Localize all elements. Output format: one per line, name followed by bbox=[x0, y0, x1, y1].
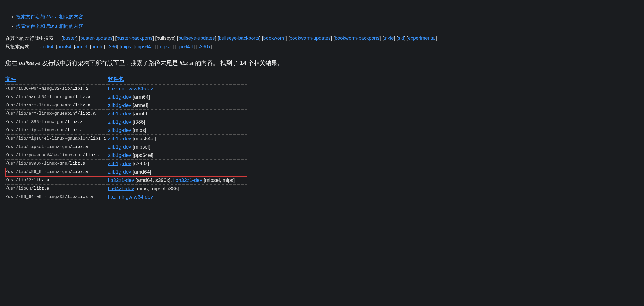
pkg-cell: zlib1g-dev [mips] bbox=[108, 126, 247, 135]
pkg-cell: lib32z1-dev [amd64, s390x], libn32z1-dev… bbox=[108, 176, 247, 185]
results-table: 文件 软件包 /usr/i686-w64-mingw32/lib/libz.al… bbox=[5, 74, 247, 201]
file-cell: /usr/lib64/libz.a bbox=[5, 185, 108, 193]
arch-link[interactable]: arm64 bbox=[57, 44, 71, 49]
table-row: /usr/lib64/libz.alib64z1-dev [mips, mips… bbox=[5, 185, 247, 193]
dist-line: 在其他的发行版中搜索： [buster] [buster-updates] [b… bbox=[5, 35, 639, 41]
file-cell: /usr/lib32/libz.a bbox=[5, 176, 108, 185]
pkg-arch: [amd64, s390x] bbox=[136, 177, 170, 183]
arch-label: 只搜索架构： bbox=[5, 44, 34, 49]
pkg-link[interactable]: lib32z1-dev bbox=[108, 177, 134, 183]
file-cell: /usr/x86_64-w64-mingw32/lib/libz.a bbox=[5, 193, 108, 201]
pkg-cell: zlib1g-dev [armhf] bbox=[108, 110, 247, 118]
pkg-cell: zlib1g-dev [ppc64el] bbox=[108, 151, 247, 160]
separator bbox=[5, 52, 639, 52]
arch-link[interactable]: mips bbox=[121, 44, 131, 49]
pkg-link[interactable]: zlib1g-dev bbox=[108, 94, 131, 100]
file-cell: /usr/i686-w64-mingw32/lib/libz.a bbox=[5, 85, 108, 93]
summary-text: 您在 bullseye 发行版中所有架构下所有版面里，搜索了路径末尾是 libz… bbox=[5, 59, 639, 67]
pkg-cell: libz-mingw-w64-dev bbox=[108, 193, 247, 201]
file-cell: /usr/lib/powerpc64le-linux-gnu/libz.a bbox=[5, 151, 108, 160]
dist-link[interactable]: buster-backports bbox=[117, 35, 152, 41]
table-row: /usr/lib/mips-linux-gnu/libz.azlib1g-dev… bbox=[5, 126, 247, 135]
arch-link[interactable]: amd64 bbox=[39, 44, 53, 49]
arch-link[interactable]: s390x bbox=[198, 44, 210, 49]
pkg-cell: zlib1g-dev [mipsel] bbox=[108, 143, 247, 151]
arch-link[interactable]: armel bbox=[75, 44, 87, 49]
pkg-link[interactable]: zlib1g-dev bbox=[108, 111, 131, 116]
arch-link[interactable]: mips64el bbox=[135, 44, 154, 49]
pkg-arch: [ppc64el] bbox=[133, 152, 153, 158]
pkg-cell: zlib1g-dev [s390x] bbox=[108, 160, 247, 168]
pkg-arch: [mips, mipsel, i386] bbox=[136, 186, 179, 191]
dist-link[interactable]: bullseye-backports bbox=[219, 35, 259, 41]
pkg-arch: [i386] bbox=[133, 119, 145, 125]
dist-link[interactable]: buster-updates bbox=[80, 35, 112, 41]
pkg-link[interactable]: lib64z1-dev bbox=[108, 186, 134, 191]
dist-link[interactable]: trixie bbox=[384, 35, 394, 41]
pkg-link[interactable]: zlib1g-dev bbox=[108, 127, 131, 133]
pkg-cell: libz-mingw-w64-dev bbox=[108, 85, 247, 93]
pkg-link[interactable]: zlib1g-dev bbox=[108, 169, 131, 175]
header-pkg-link[interactable]: 软件包 bbox=[108, 76, 124, 82]
table-row: /usr/lib/s390x-linux-gnu/libz.azlib1g-de… bbox=[5, 160, 247, 168]
table-row: /usr/x86_64-w64-mingw32/lib/libz.alibz-m… bbox=[5, 193, 247, 201]
table-row: /usr/lib/x86_64-linux-gnu/libz.azlib1g-d… bbox=[5, 168, 247, 176]
table-row: /usr/lib/mips64el-linux-gnuabi64/libz.az… bbox=[5, 135, 247, 143]
file-cell: /usr/lib/arm-linux-gnueabi/libz.a bbox=[5, 101, 108, 110]
summary-p2: 发行版中所有架构下所有版面里，搜索了路径末尾是 bbox=[41, 60, 180, 66]
pkg-link[interactable]: zlib1g-dev bbox=[108, 136, 131, 141]
top-suggestion-item: 搜索文件名和 libz.a 相同的内容 bbox=[16, 23, 639, 30]
table-row: /usr/i686-w64-mingw32/lib/libz.alibz-min… bbox=[5, 85, 247, 93]
pkg-arch: [arm64] bbox=[133, 94, 150, 100]
pkg-cell: lib64z1-dev [mips, mipsel, i386] bbox=[108, 185, 247, 193]
arch-link[interactable]: mipsel bbox=[158, 44, 172, 49]
pkg-link[interactable]: zlib1g-dev bbox=[108, 161, 131, 166]
table-row: /usr/lib32/libz.alib32z1-dev [amd64, s39… bbox=[5, 176, 247, 185]
dist-link[interactable]: buster bbox=[63, 35, 76, 41]
pkg-cell: zlib1g-dev [amd64] bbox=[108, 168, 247, 176]
pkg-arch: [mipsel, mips] bbox=[203, 177, 235, 183]
dist-link[interactable]: bookworm-updates bbox=[290, 35, 331, 41]
file-cell: /usr/lib/s390x-linux-gnu/libz.a bbox=[5, 160, 108, 168]
summary-term: libz.a bbox=[180, 60, 193, 66]
table-row: /usr/lib/mipsel-linux-gnu/libz.azlib1g-d… bbox=[5, 143, 247, 151]
arch-link[interactable]: ppc64el bbox=[177, 44, 194, 49]
dist-link[interactable]: bookworm bbox=[263, 35, 286, 41]
summary-count: 14 bbox=[240, 60, 246, 66]
pkg-arch: [s390x] bbox=[133, 161, 149, 166]
pkg-arch: [armel] bbox=[133, 102, 148, 108]
pkg-link[interactable]: zlib1g-dev bbox=[108, 152, 131, 158]
arch-line: 只搜索架构： [amd64] [arm64] [armel] [armhf] [… bbox=[5, 44, 639, 50]
table-row: /usr/lib/powerpc64le-linux-gnu/libz.azli… bbox=[5, 151, 247, 160]
file-cell: /usr/lib/mipsel-linux-gnu/libz.a bbox=[5, 143, 108, 151]
dist-link[interactable]: bullseye-updates bbox=[178, 35, 215, 41]
top-suggestion-link[interactable]: 搜索文件名和 libz.a 相同的内容 bbox=[16, 24, 83, 29]
pkg-arch: [amd64] bbox=[133, 169, 151, 175]
pkg-link[interactable]: libz-mingw-w64-dev bbox=[108, 86, 153, 91]
pkg-link[interactable]: zlib1g-dev bbox=[108, 144, 131, 150]
summary-p4: 个相关结果。 bbox=[246, 60, 283, 66]
pkg-link[interactable]: libn32z1-dev bbox=[173, 177, 202, 183]
pkg-arch: [mipsel] bbox=[133, 144, 150, 150]
file-cell: /usr/lib/i386-linux-gnu/libz.a bbox=[5, 118, 108, 126]
table-row: /usr/lib/arm-linux-gnueabi/libz.azlib1g-… bbox=[5, 101, 247, 110]
arch-link[interactable]: i386 bbox=[108, 44, 117, 49]
file-cell: /usr/lib/mips-linux-gnu/libz.a bbox=[5, 126, 108, 135]
pkg-cell: zlib1g-dev [armel] bbox=[108, 101, 247, 110]
file-cell: /usr/lib/x86_64-linux-gnu/libz.a bbox=[5, 168, 108, 176]
top-suggestion-item: 搜索文件名与 libz.a 相似的内容 bbox=[16, 13, 639, 20]
top-suggestion-link[interactable]: 搜索文件名与 libz.a 相似的内容 bbox=[16, 14, 83, 19]
pkg-cell: zlib1g-dev [mips64el] bbox=[108, 135, 247, 143]
dist-link[interactable]: experimental bbox=[408, 35, 436, 41]
header-file-link[interactable]: 文件 bbox=[5, 76, 16, 82]
dist-link[interactable]: sid bbox=[398, 35, 404, 41]
pkg-link[interactable]: zlib1g-dev bbox=[108, 119, 131, 125]
dist-current: bullseye bbox=[157, 35, 174, 41]
pkg-link[interactable]: zlib1g-dev bbox=[108, 102, 131, 108]
dist-label: 在其他的发行版中搜索： bbox=[5, 35, 59, 41]
arch-link[interactable]: armhf bbox=[91, 44, 104, 49]
top-suggestion-list: 搜索文件名与 libz.a 相似的内容搜索文件名和 libz.a 相同的内容 bbox=[16, 13, 639, 30]
pkg-link[interactable]: libz-mingw-w64-dev bbox=[108, 194, 153, 200]
dist-link[interactable]: bookworm-backports bbox=[335, 35, 380, 41]
table-row: /usr/lib/aarch64-linux-gnu/libz.azlib1g-… bbox=[5, 93, 247, 101]
